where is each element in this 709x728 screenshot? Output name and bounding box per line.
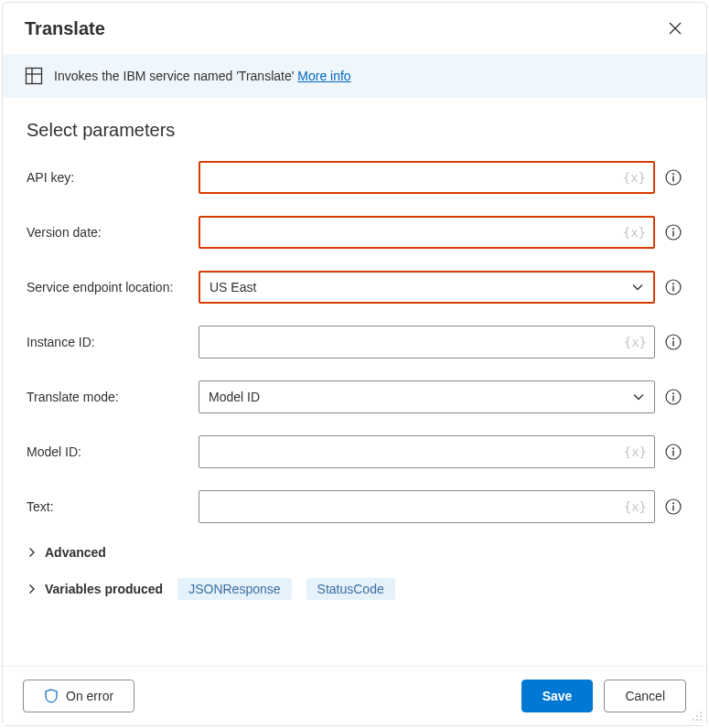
label-text: Text: [27, 499, 199, 514]
variable-token-icon: {x} [624, 499, 647, 514]
dialog-footer: On error Save Cancel [3, 666, 706, 725]
translate-mode-select[interactable]: Model ID [199, 380, 655, 413]
text-input[interactable] [209, 498, 623, 515]
close-icon [669, 22, 682, 35]
row-api-key: API key: {x} [27, 161, 682, 194]
svg-point-26 [700, 715, 702, 717]
info-icon [665, 444, 682, 460]
info-instance-id[interactable] [664, 333, 682, 351]
svg-rect-20 [672, 451, 673, 456]
variable-token-icon: {x} [623, 225, 646, 240]
info-endpoint[interactable] [664, 278, 682, 296]
dialog-header: Translate [3, 3, 706, 54]
variables-produced-expander[interactable]: Variables produced JSONResponse StatusCo… [27, 578, 682, 600]
info-icon [665, 498, 682, 515]
row-translate-mode: Translate mode: Model ID [27, 380, 682, 413]
info-model-id[interactable] [664, 443, 682, 461]
instance-id-input-wrap[interactable]: {x} [199, 326, 655, 359]
chevron-right-icon [27, 547, 38, 558]
chevron-down-icon [632, 391, 645, 403]
on-error-label: On error [66, 689, 113, 703]
row-model-id: Model ID: {x} [27, 435, 682, 468]
endpoint-select[interactable]: US East [199, 271, 655, 304]
api-key-input-wrap[interactable]: {x} [199, 161, 655, 194]
info-text[interactable] [664, 498, 682, 516]
svg-point-19 [672, 447, 674, 449]
svg-rect-11 [672, 286, 673, 292]
svg-point-27 [693, 719, 694, 721]
more-info-link[interactable]: More info [297, 69, 350, 83]
svg-point-7 [672, 228, 674, 230]
cancel-button[interactable]: Cancel [604, 680, 686, 712]
svg-point-10 [672, 283, 674, 284]
variable-pill-jsonresponse[interactable]: JSONResponse [177, 578, 291, 600]
variable-token-icon: {x} [624, 444, 647, 459]
text-input-wrap[interactable]: {x} [199, 490, 655, 523]
label-version-date: Version date: [27, 225, 199, 240]
svg-rect-5 [672, 177, 673, 182]
info-icon [665, 279, 682, 295]
svg-point-25 [696, 715, 698, 717]
info-icon [665, 334, 682, 350]
model-id-input-wrap[interactable]: {x} [199, 435, 655, 468]
svg-point-16 [672, 392, 674, 394]
label-translate-mode: Translate mode: [27, 390, 199, 404]
row-text: Text: {x} [27, 490, 682, 523]
svg-point-24 [700, 712, 702, 713]
chevron-right-icon [27, 583, 38, 594]
variables-produced-label: Variables produced [45, 582, 163, 596]
svg-point-4 [672, 173, 674, 175]
label-model-id: Model ID: [27, 444, 199, 459]
action-icon [25, 67, 43, 85]
section-title: Select parameters [27, 120, 682, 141]
svg-rect-17 [672, 396, 673, 401]
svg-point-28 [696, 719, 698, 721]
info-icon [665, 224, 682, 241]
dialog-title: Translate [25, 18, 105, 39]
row-endpoint: Service endpoint location: US East [27, 271, 682, 304]
save-button[interactable]: Save [521, 680, 594, 712]
version-date-input-wrap[interactable]: {x} [199, 216, 655, 249]
info-version-date[interactable] [664, 223, 682, 241]
translate-dialog: Translate Invokes the IBM service named … [2, 2, 707, 726]
info-banner: Invokes the IBM service named 'Translate… [3, 54, 706, 98]
shield-icon [44, 689, 59, 703]
info-icon [665, 389, 682, 405]
svg-point-22 [672, 502, 674, 504]
label-endpoint: Service endpoint location: [27, 280, 199, 294]
row-version-date: Version date: {x} [27, 216, 682, 249]
svg-point-29 [700, 719, 702, 721]
svg-rect-0 [27, 69, 42, 84]
info-icon [665, 169, 682, 186]
chevron-down-icon [631, 281, 644, 294]
svg-rect-8 [672, 231, 673, 237]
api-key-input[interactable] [209, 169, 622, 186]
advanced-expander[interactable]: Advanced [27, 545, 682, 560]
translate-mode-value: Model ID [209, 390, 632, 404]
instance-id-input[interactable] [209, 334, 623, 350]
endpoint-value: US East [209, 280, 631, 294]
variable-token-icon: {x} [624, 335, 647, 349]
variable-token-icon: {x} [623, 170, 646, 185]
close-button[interactable] [662, 16, 688, 41]
on-error-button[interactable]: On error [23, 680, 134, 712]
svg-rect-14 [672, 341, 673, 347]
version-date-input[interactable] [209, 224, 622, 241]
info-api-key[interactable] [664, 168, 682, 187]
dialog-content: Select parameters API key: {x} Version d… [3, 98, 706, 666]
row-instance-id: Instance ID: {x} [27, 326, 682, 359]
advanced-label: Advanced [45, 545, 106, 560]
resize-grip-icon[interactable] [692, 711, 703, 722]
label-api-key: API key: [27, 170, 199, 185]
info-translate-mode[interactable] [664, 388, 682, 406]
label-instance-id: Instance ID: [27, 335, 199, 349]
banner-text: Invokes the IBM service named 'Translate… [54, 69, 351, 83]
svg-rect-23 [672, 506, 673, 511]
model-id-input[interactable] [209, 444, 623, 460]
svg-point-13 [672, 337, 674, 339]
variable-pill-statuscode[interactable]: StatusCode [306, 578, 395, 600]
